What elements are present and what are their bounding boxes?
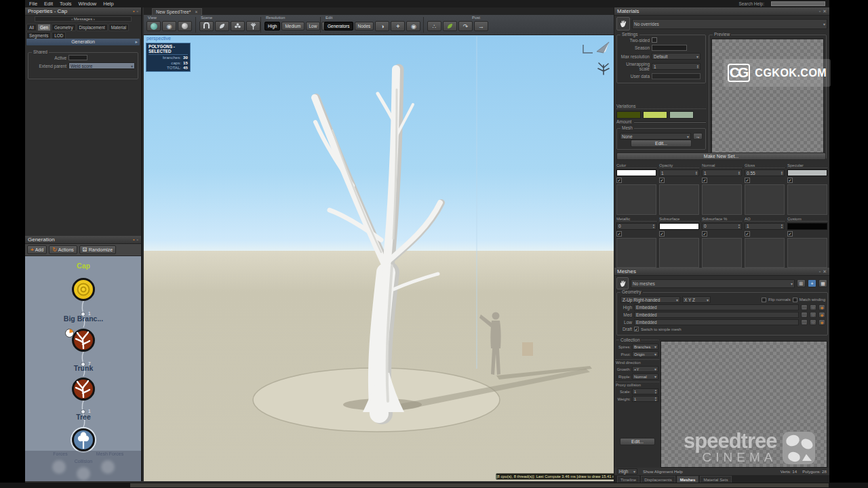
variation-swatch-1[interactable] [616,111,641,119]
draft-checkbox[interactable]: ✓ [634,327,639,331]
edit-paint-button[interactable]: ◑ [375,21,389,31]
orientation-dropdown[interactable]: Z-Up Right-handed▾ [620,296,680,303]
metallic-spinner[interactable]: 0▴▾ [616,223,656,230]
scene-tree-button[interactable] [246,21,260,31]
spinner-arrows-icon[interactable]: ▴▾ [697,64,698,68]
normal-spinner[interactable]: 1▴▾ [702,169,742,176]
pivot-dropdown[interactable]: Origin▾ [632,351,658,357]
subsurface-pct-spinner[interactable]: 0▴▾ [702,223,742,230]
map-checkbox[interactable]: ✓ [787,178,793,183]
view-camera-button[interactable]: ◉ [162,21,176,31]
texture-slot[interactable] [702,238,742,268]
tab-gen[interactable]: Gen [37,24,51,31]
axes-dropdown[interactable]: X Y Z▾ [682,296,711,303]
view-light-button[interactable] [178,21,192,31]
map-checkbox[interactable]: ✓ [745,231,750,237]
close-icon[interactable]: ✕ [823,7,827,16]
menu-file[interactable]: File [29,1,37,7]
post-leaf-button[interactable] [443,21,457,31]
float-icon[interactable]: ▪ [133,236,134,244]
node-cap[interactable] [72,278,95,301]
messages-bar[interactable]: ‹ Messages › [35,16,132,22]
browse-button[interactable]: … [801,304,808,310]
menu-tools[interactable]: Tools [60,1,72,7]
footer-lod-dropdown[interactable]: High▾ [617,468,637,474]
post-dots-button[interactable]: ∴ [427,21,441,31]
post-export-button[interactable]: → [474,21,488,31]
float-icon[interactable]: ▫ [819,7,821,16]
close-icon[interactable]: × [195,9,198,15]
texture-slot[interactable] [787,184,827,215]
tab-geometry[interactable]: Geometry [52,24,76,31]
map-checkbox[interactable]: ✓ [787,231,793,237]
map-checkbox[interactable]: ✓ [659,231,665,237]
tab-displacements[interactable]: Displacements [641,476,675,483]
edit-add-button[interactable]: + [391,21,405,31]
flip-normals-checkbox[interactable] [762,298,766,302]
menu-help[interactable]: Help [103,1,113,7]
mesh-grid-button[interactable]: ▦ [818,279,827,287]
edit-target-button[interactable]: ◉ [406,21,420,31]
max-resolution-dropdown[interactable]: Default▾ [652,53,701,60]
extend-parent-dropdown[interactable]: Weld score ▾ [68,62,135,69]
scene-leaf-button[interactable] [215,21,229,31]
node-graph[interactable]: Cap 1 Big Branc... 7 Tr [25,256,141,481]
specular-swatch[interactable] [787,169,827,176]
resolution-low-button[interactable]: Low [306,22,321,30]
gloss-spinner[interactable]: 0.55▴▾ [745,169,785,176]
menu-window[interactable]: Window [79,1,97,7]
mesh-edit-button[interactable]: Edit... [631,140,692,147]
mesh-add-button[interactable]: + [808,279,816,287]
meshes-dropdown[interactable]: No meshes ▾ [631,279,795,288]
close-icon[interactable]: ▫ [137,236,138,244]
scale-spinner[interactable]: 1▴▾ [632,388,658,394]
post-wind-button[interactable]: ↷ [458,21,473,31]
two-sided-checkbox[interactable] [652,37,657,43]
mesh-options-button[interactable]: ⊞ [797,279,806,287]
ripple-dropdown[interactable]: Normal▾ [632,373,658,380]
user-data-field[interactable] [652,73,701,79]
document-tab[interactable]: New SpeedTree* × [152,8,202,15]
lod-med-field[interactable]: Embedded [634,312,799,318]
map-checkbox[interactable]: ✓ [616,178,622,183]
lod-high-field[interactable]: Embedded [634,304,799,310]
mesh-hand-button[interactable] [616,277,629,289]
float-icon[interactable]: ▪ [133,7,134,16]
unwrapping-scale-spinner[interactable]: 1▴▾ [652,63,701,70]
export-icon[interactable]: ◆ [818,312,825,318]
map-checkbox[interactable]: ✓ [616,231,622,237]
browse-button[interactable]: … [801,319,808,325]
alignment-help-label[interactable]: Show Alignment Help [643,469,683,474]
spires-dropdown[interactable]: Branches▾ [632,344,658,350]
node-trunk[interactable] [72,378,95,401]
texture-slot[interactable] [702,184,742,215]
resolution-high-button[interactable]: High [264,22,280,30]
edit-generators-button[interactable]: Generators [324,22,353,30]
node-tree[interactable] [72,428,95,451]
texture-slot[interactable] [616,238,656,268]
scene-magnet-button[interactable] [199,21,214,31]
map-checkbox[interactable]: ✓ [745,178,750,183]
edit-nodes-button[interactable]: Nodes [355,22,374,30]
custom-swatch[interactable] [787,223,827,230]
compass-icon[interactable] [597,42,609,53]
variation-swatch-2[interactable] [643,111,667,119]
active-field[interactable] [68,55,87,60]
reload-icon[interactable]: ◌ [810,319,816,325]
override-hand-button[interactable] [616,17,630,30]
texture-slot[interactable] [787,238,827,268]
material-preview[interactable] [711,39,824,157]
map-checkbox[interactable]: ✓ [702,231,707,237]
export-icon[interactable]: ◆ [818,319,825,325]
overrides-dropdown[interactable]: No overrides ▾ [632,19,827,29]
tab-displacement[interactable]: Displacement [77,24,108,31]
make-new-set-button[interactable]: Make New Set... [616,152,826,160]
scene-flower-button[interactable] [231,21,245,31]
reload-icon[interactable]: ◌ [810,304,816,310]
map-checkbox[interactable]: ✓ [659,178,665,183]
close-icon[interactable]: ▫ [137,7,138,16]
texture-slot[interactable] [659,184,699,215]
node-big-branches[interactable] [72,329,95,352]
mesh-assign-button[interactable]: → [693,133,703,140]
reload-icon[interactable]: ◌ [810,312,816,318]
